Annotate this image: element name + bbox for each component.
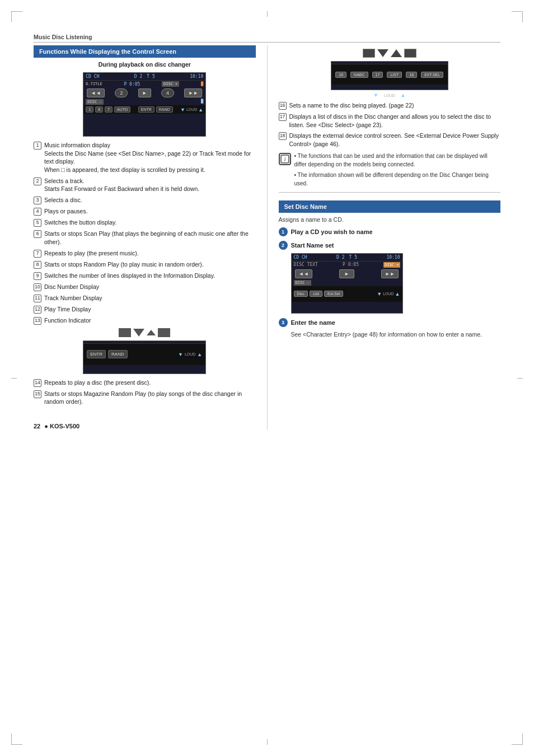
tab-entr[interactable]: ENTR	[138, 106, 154, 113]
item1-text: Music information display	[44, 142, 110, 148]
item13-text: Function Indicator	[44, 316, 256, 325]
item4-text: Plays or pauses.	[44, 207, 256, 216]
s3-time: 10:10	[386, 255, 400, 260]
s3-next[interactable]: ►►	[381, 269, 399, 278]
s3-vol-down[interactable]: ▼	[377, 291, 382, 297]
tab-rand2[interactable]: RAND	[108, 350, 128, 358]
item-num-11: 11	[34, 295, 41, 302]
ctrl-num2: 2	[115, 88, 128, 97]
right-tab-18[interactable]: 18	[406, 72, 417, 78]
list-item-12: 12 Play Time Display	[34, 305, 256, 314]
step2-circle: 2	[279, 241, 288, 250]
vol-down[interactable]: ▼	[180, 107, 185, 113]
page-number: 22	[34, 423, 40, 430]
s3-prev[interactable]: ◄◄	[295, 269, 313, 278]
svg-text:i: i	[284, 156, 285, 162]
item14-text: Repeats to play a disc (the present disc…	[44, 379, 256, 387]
right-item-list: 16 Sets a name to the disc being played.…	[279, 101, 501, 148]
item-num-2: 2	[34, 178, 41, 185]
vol-up2[interactable]: ▲	[197, 352, 202, 357]
right-tab-17[interactable]: 17	[372, 72, 383, 78]
screen1-time: 10:10	[190, 74, 203, 79]
crosshair-left	[11, 378, 17, 379]
item6-text: Starts or stops Scan Play (that plays th…	[44, 230, 256, 246]
s3-top-left: CD CH	[294, 255, 307, 260]
item-num-3: 3	[34, 197, 41, 204]
item15-text: Starts or stops Magazine Random Play (to…	[44, 390, 256, 406]
right-list-item-18: 18 Displays the external device control …	[279, 132, 501, 148]
step3-header: 3 Enter the name	[279, 318, 501, 327]
right-tab-ext[interactable]: EXT.SEL	[421, 72, 443, 78]
crosshair-top	[267, 11, 268, 17]
page-number-area: 22 ● KOS-V500	[34, 423, 256, 430]
s3-extsel-tab[interactable]: Ext.Sel	[324, 291, 343, 297]
content-area: Functions While Displaying the Control S…	[34, 45, 500, 430]
screen1-disc-label2: DISC -	[86, 99, 103, 105]
s3-disc-tab[interactable]: Disc	[294, 291, 308, 297]
item2-text: Selects a track.	[44, 178, 85, 184]
step3-content: See <Character Entry> (page 48) for info…	[291, 330, 501, 339]
s3-vol-up[interactable]: ▲	[395, 291, 400, 297]
right-item-num-17: 17	[279, 113, 287, 121]
img-sq-2	[158, 328, 170, 337]
list-item-8: 8 Starts or stops Random Play (to play m…	[34, 260, 256, 269]
loud-label: LOUD	[186, 108, 197, 111]
ctrl-num1: 1	[86, 106, 93, 113]
right-tab-16[interactable]: 16	[335, 72, 346, 78]
item-num-15: 15	[34, 390, 41, 398]
list-item-13: 13 Function Indicator	[34, 316, 256, 325]
item-num-10: 10	[34, 283, 41, 291]
s3-disc-minus: DISC -	[294, 280, 311, 286]
crosshair-right	[517, 378, 523, 379]
item-num-4: 4	[34, 208, 41, 216]
section-header: Music Disc Listening	[34, 34, 500, 43]
ctrl-num4: 4	[161, 88, 174, 97]
item1-sub2: When □ is appeared, the text display is …	[44, 166, 205, 173]
set-disc-section: Set Disc Name Assigns a name to a CD. 1 …	[279, 200, 501, 339]
item-num-1: 1	[34, 142, 41, 150]
screen1-t: T 5	[147, 74, 154, 79]
right-img-sq2	[404, 49, 416, 58]
page: Music Disc Listening Functions While Dis…	[0, 0, 534, 756]
s3-play[interactable]: ►	[339, 269, 354, 278]
model-name: KOS-V500	[50, 423, 79, 430]
crosshair-bottom	[267, 739, 268, 745]
right-tri-down	[377, 49, 388, 57]
s3-list-tab[interactable]: List	[310, 291, 322, 297]
s3-disc-btn: DISC +	[383, 262, 400, 268]
step2-screen: CD CH D 2 T 5 10:10 DISC TEXT P 0:05 DIS…	[291, 253, 403, 314]
list-item-10: 10 Disc Number Display	[34, 283, 256, 291]
right-img-sq1	[363, 49, 375, 58]
screen1-top-left: CD CH	[86, 74, 99, 79]
item-num-5: 5	[34, 219, 41, 227]
right-vol-down[interactable]: ▼	[373, 92, 378, 98]
s3-disctext: DISC TEXT	[294, 262, 318, 268]
list-item-1: 1 Music information display Selects the …	[34, 141, 256, 174]
item-num-7: 7	[34, 250, 41, 258]
right-item18-text: Displays the external device control scr…	[289, 132, 501, 148]
step1-header: 1 Play a CD you wish to name	[279, 227, 501, 236]
column-divider	[267, 45, 268, 430]
tab-rand[interactable]: RAND	[156, 106, 173, 113]
item3-text: Selects a disc.	[44, 196, 256, 204]
img-sq-1	[119, 328, 131, 337]
ctrl-prev[interactable]: ◄◄	[87, 88, 105, 97]
item-list-2: 14 Repeats to play a disc (the present d…	[34, 379, 256, 406]
vol-up[interactable]: ▲	[198, 107, 203, 113]
item12-text: Play Time Display	[44, 305, 256, 314]
ctrl-play[interactable]: ►	[138, 88, 151, 97]
tab-entr2[interactable]: ENTR	[87, 350, 106, 358]
crop-mark-br	[512, 734, 523, 745]
right-tab-disc[interactable]: NABC	[350, 72, 368, 78]
list-item-6: 6 Starts or stops Scan Play (that plays …	[34, 230, 256, 246]
right-column: 16 NABC 17 LIST 18 EXT.SEL ▼ LOUD ▲ 16 S…	[279, 45, 501, 430]
list-item-4: 4 Plays or pauses.	[34, 207, 256, 216]
ctrl-next[interactable]: ►►	[184, 88, 202, 97]
right-vol-up[interactable]: ▲	[400, 92, 405, 98]
box-header: Functions While Displaying the Control S…	[34, 45, 256, 58]
crop-mark-tl	[11, 11, 22, 22]
right-list-item-17: 17 Displays a list of discs in the Disc …	[279, 113, 501, 129]
screen1-disc-label: DISC +	[162, 81, 179, 87]
vol-down2[interactable]: ▼	[178, 352, 183, 357]
right-tab-list[interactable]: LIST	[387, 72, 402, 78]
